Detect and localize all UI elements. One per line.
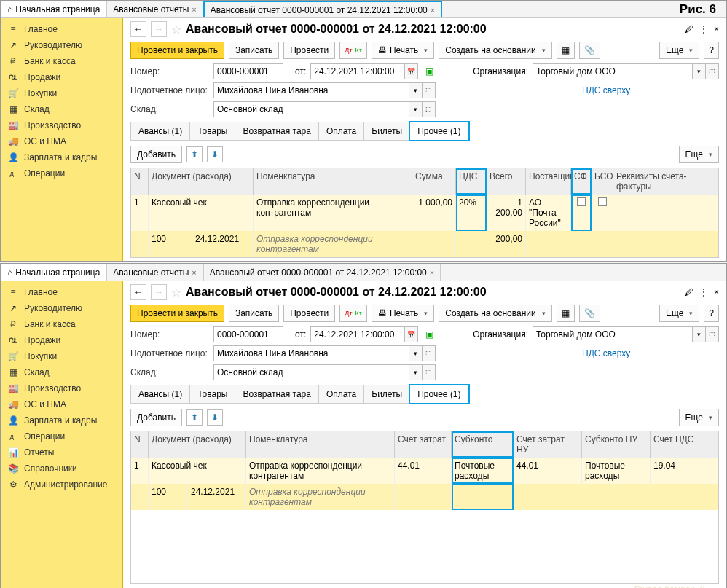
grid-row-1b[interactable]: 100 24.12.2021 Отправка корреспонденции … [131,231,718,257]
close-icon[interactable]: × [714,24,719,34]
bso-checkbox[interactable] [598,197,607,206]
dropdown-icon[interactable]: ▾ [693,63,706,79]
post-close-button[interactable]: Провести и закрыть [130,305,224,322]
tab-list[interactable]: Авансовые отчеты× [106,1,203,17]
calendar-icon[interactable]: 📅 [405,326,418,342]
vat-link[interactable]: НДС сверху [582,85,630,95]
person-input[interactable]: Михайлова Нина Ивановна [213,82,409,98]
open-icon[interactable]: ⬚ [423,101,436,117]
close-icon[interactable]: × [431,6,435,15]
dropdown-icon[interactable]: ▾ [409,345,423,361]
table-more-button[interactable]: Еще [679,146,719,163]
tab-payment[interactable]: Оплата [318,385,364,404]
tab-goods[interactable]: Товары [189,385,235,404]
more-button[interactable]: Еще [659,42,699,59]
star-icon[interactable]: ☆ [171,286,181,299]
dropdown-icon[interactable]: ▾ [409,364,423,380]
post-button[interactable]: Провести [283,305,335,322]
create-based-button[interactable]: Создать на основании [439,42,552,59]
open-icon[interactable]: ⬚ [423,82,436,98]
close-icon[interactable]: × [192,268,196,277]
org-input[interactable]: Торговый дом ООО [533,63,693,79]
post-button[interactable]: Провести [283,42,335,59]
sidebar-item-purchases[interactable]: 🛒Покупки [1,85,122,101]
create-based-button[interactable]: Создать на основании [439,305,552,322]
structure-icon[interactable]: ▦ [557,305,575,322]
sidebar-item-main[interactable]: ≡Главное [1,284,122,300]
tab-home[interactable]: ⌂Начальная страница [1,264,106,281]
sidebar-item-production[interactable]: 🏭Производство [1,380,122,396]
sidebar-item-reports[interactable]: 📊Отчеты [1,444,122,460]
nav-back-button[interactable]: ← [130,21,146,37]
help-button[interactable]: ? [704,305,719,322]
sidebar-item-warehouse[interactable]: ▦Склад [1,101,122,117]
number-input[interactable]: 0000-000001 [213,326,283,342]
open-icon[interactable]: ⬚ [423,345,436,361]
sidebar-item-main[interactable]: ≡Главное [1,21,122,37]
grid-row-1b[interactable]: 100 24.12.2021 Отправка корреспонденции … [131,484,718,510]
tab-other[interactable]: Прочее (1) [409,385,468,404]
tab-goods[interactable]: Товары [189,122,235,141]
add-row-button[interactable]: Добавить [130,409,182,426]
dropdown-icon[interactable]: ▾ [409,82,423,98]
nav-fwd-button[interactable]: → [151,21,167,37]
print-button[interactable]: 🖶Печать [372,42,434,59]
tab-other[interactable]: Прочее (1) [409,122,468,141]
attach-icon[interactable]: 📎 [579,305,600,322]
date-input[interactable]: 24.12.2021 12:00:00 [310,63,405,79]
sidebar-item-salary[interactable]: 👤Зарплата и кадры [1,149,122,165]
sidebar-item-operations[interactable]: ДтОперации [1,428,122,444]
sidebar-item-purchases[interactable]: 🛒Покупки [1,348,122,364]
date-input[interactable]: 24.12.2021 12:00:00 [310,326,405,342]
link-icon[interactable]: 🖉 [685,287,693,297]
open-icon[interactable]: ⬚ [706,326,719,342]
save-button[interactable]: Записать [229,305,279,322]
org-input[interactable]: Торговый дом ООО [533,326,693,342]
sidebar-item-salary[interactable]: 👤Зарплата и кадры [1,412,122,428]
row-up-button[interactable]: ⬆ [186,409,203,426]
tab-doc[interactable]: Авансовый отчет 0000-000001 от 24.12.202… [203,1,443,17]
sidebar-item-sales[interactable]: 🛍Продажи [1,332,122,348]
open-icon[interactable]: ⬚ [423,364,436,380]
sidebar-item-bank[interactable]: ₽Банк и касса [1,53,122,69]
row-up-button[interactable]: ⬆ [186,146,203,162]
print-button[interactable]: 🖶Печать [372,305,434,322]
save-button[interactable]: Записать [229,42,279,59]
dropdown-icon[interactable]: ▾ [693,326,706,342]
row-down-button[interactable]: ⬇ [207,409,223,426]
sidebar-item-warehouse[interactable]: ▦Склад [1,364,122,380]
dropdown-icon[interactable]: ▾ [409,101,423,117]
tab-payment[interactable]: Оплата [318,122,364,141]
tab-tickets[interactable]: Билеты [364,385,410,404]
person-input[interactable]: Михайлова Нина Ивановна [213,345,409,361]
tab-home[interactable]: ⌂Начальная страница [1,1,106,17]
sidebar-item-bank[interactable]: ₽Банк и касса [1,316,122,332]
tab-returnable[interactable]: Возвратная тара [235,122,319,141]
more-icon[interactable]: ⋮ [699,287,708,297]
post-close-button[interactable]: Провести и закрыть [130,42,224,59]
nav-fwd-button[interactable]: → [151,284,167,300]
open-icon[interactable]: ⬚ [706,63,719,79]
sidebar-item-admin[interactable]: ⚙Администрирование [1,477,122,493]
sidebar-item-manager[interactable]: ↗Руководителю [1,37,122,53]
help-button[interactable]: ? [704,42,719,59]
more-icon[interactable]: ⋮ [699,24,708,34]
wh-input[interactable]: Основной склад [213,101,409,117]
grid-row-1[interactable]: 1 Кассовый чек Отправка корреспонденции … [131,195,718,231]
tab-tickets[interactable]: Билеты [364,122,410,141]
sidebar-item-assets[interactable]: 🚚ОС и НМА [1,396,122,412]
sidebar-item-manager[interactable]: ↗Руководителю [1,300,122,316]
dtkt-button[interactable]: ДтКт [339,42,367,59]
structure-icon[interactable]: ▦ [557,42,575,59]
tab-doc[interactable]: Авансовый отчет 0000-000001 от 24.12.202… [203,264,441,281]
more-button[interactable]: Еще [659,305,699,322]
tab-returnable[interactable]: Возвратная тара [235,385,319,404]
table-more-button[interactable]: Еще [679,409,719,426]
star-icon[interactable]: ☆ [171,23,181,36]
close-icon[interactable]: × [430,268,434,277]
add-row-button[interactable]: Добавить [130,146,182,163]
close-icon[interactable]: × [714,287,719,297]
sidebar-item-production[interactable]: 🏭Производство [1,117,122,133]
calendar-icon[interactable]: 📅 [405,63,418,79]
attach-icon[interactable]: 📎 [579,42,600,59]
